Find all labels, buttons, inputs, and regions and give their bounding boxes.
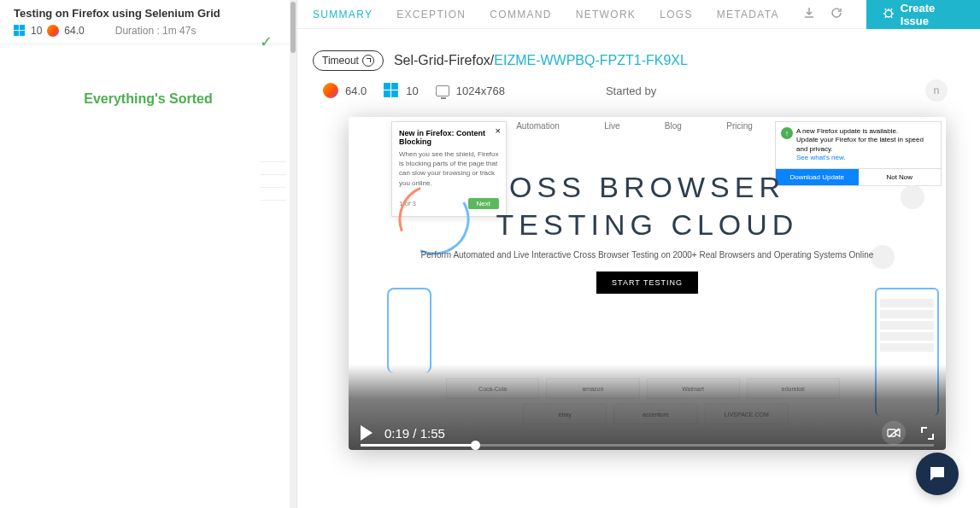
tab-network[interactable]: NETWORK [576, 9, 636, 20]
chat-widget-button[interactable] [916, 453, 959, 495]
decorative-lines [261, 149, 286, 213]
video-player[interactable]: AutomationLiveBlogPricing × New in Firef… [349, 117, 946, 450]
status-badge: Timeout [313, 50, 384, 71]
bug-icon [882, 6, 895, 22]
camera-off-icon[interactable] [882, 421, 906, 445]
whats-new-link[interactable]: See what's new. [796, 154, 846, 161]
test-item[interactable]: Testing on Firefox using Selenium Grid 1… [0, 0, 296, 44]
tab-summary[interactable]: SUMMARY [313, 9, 373, 20]
user-avatar[interactable]: n [925, 79, 948, 102]
test-title: Testing on Firefox using Selenium Grid [14, 7, 283, 20]
refresh-icon[interactable] [830, 7, 842, 21]
svg-rect-3 [20, 31, 25, 36]
os-version: 10 [406, 85, 418, 97]
main-panel: SUMMARY EXCEPTION COMMAND NETWORK LOGS M… [297, 0, 980, 508]
tab-command[interactable]: COMMAND [490, 9, 551, 20]
hero-subtitle: Perform Automated and Live Interactive C… [349, 250, 946, 260]
svg-rect-7 [384, 91, 390, 97]
svg-rect-2 [14, 31, 19, 36]
svg-rect-0 [14, 25, 19, 30]
download-icon[interactable] [803, 7, 815, 21]
sidebar: Testing on Firefox using Selenium Grid 1… [0, 0, 297, 508]
create-issue-button[interactable]: Create Issue [866, 0, 980, 29]
monitor-icon [436, 85, 449, 96]
firefox-icon [323, 83, 338, 98]
os-version: 10 [31, 25, 42, 37]
play-button[interactable] [361, 425, 373, 441]
tabs-bar: SUMMARY EXCEPTION COMMAND NETWORK LOGS M… [297, 0, 980, 29]
close-icon[interactable]: × [496, 126, 501, 136]
video-progress-bar[interactable] [361, 444, 934, 447]
browser-version: 64.0 [64, 25, 84, 37]
tab-metadata[interactable]: METADATA [717, 9, 779, 20]
update-arrow-icon: ↑ [781, 127, 793, 139]
firefox-icon [47, 25, 59, 37]
hero-title: OSS BROWSERTESTING CLOUD [349, 168, 946, 243]
page-nav: AutomationLiveBlogPricing [494, 121, 775, 131]
tab-exception[interactable]: EXCEPTION [396, 9, 466, 20]
video-time: 0:19 / 1:55 [384, 426, 445, 441]
check-icon: ✓ [260, 32, 273, 51]
start-testing-button[interactable]: START TESTING [596, 272, 698, 294]
session-id-link[interactable]: EIZME-WWPBQ-FPZT1-FK9XL [494, 53, 688, 67]
tab-logs[interactable]: LOGS [660, 9, 693, 20]
browser-version: 64.0 [345, 85, 367, 97]
svg-rect-8 [391, 91, 398, 97]
sorted-message: Everything's Sorted [0, 91, 296, 107]
windows-icon [14, 25, 26, 37]
windows-icon [384, 83, 399, 98]
started-by-label: Started by [606, 85, 656, 97]
clock-icon [362, 55, 374, 67]
svg-rect-1 [20, 25, 25, 30]
session-name: Sel-Grid-Firefox/EIZME-WWPBQ-FPZT1-FK9XL [394, 53, 688, 68]
phone-decoration [387, 288, 431, 373]
resolution: 1024x768 [456, 85, 505, 97]
svg-rect-5 [384, 83, 390, 90]
svg-point-4 [885, 10, 892, 17]
fullscreen-button[interactable] [921, 427, 934, 440]
sidebar-scrollbar[interactable] [290, 0, 296, 508]
duration-label: Duration : 1m 47s [115, 25, 197, 37]
svg-rect-6 [391, 83, 398, 90]
